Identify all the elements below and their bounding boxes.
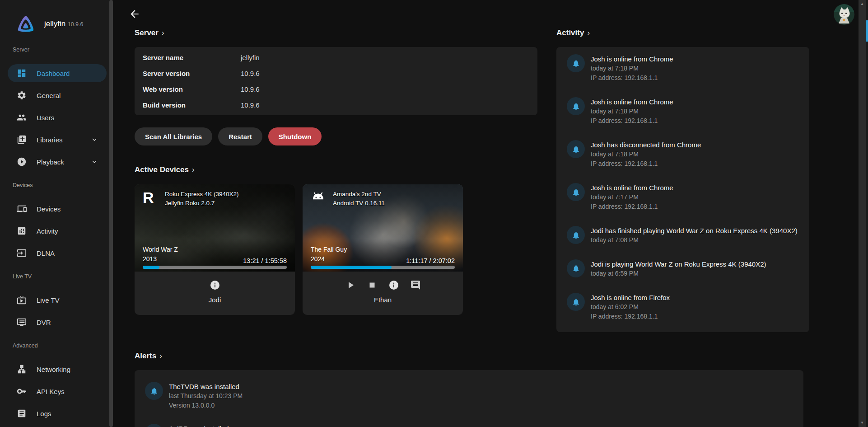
play-button[interactable]: [345, 279, 356, 291]
sidebar-item-devices[interactable]: Devices: [8, 200, 107, 218]
gear-icon: [17, 90, 27, 100]
active-devices-section-heading[interactable]: Active Devices ›: [135, 165, 195, 174]
media-title: The Fall Guy: [311, 245, 347, 255]
app-version: 10.9.6: [68, 21, 84, 28]
restart-button[interactable]: Restart: [218, 127, 262, 145]
alert-item-time: last Thursday at 10:23 PM: [169, 391, 243, 401]
users-icon: [17, 113, 27, 122]
active-devices-title: Active Devices: [135, 165, 189, 174]
activity-item-title: Josh has disconnected from Chrome: [591, 140, 701, 150]
sidebar-section-label-server: Server: [13, 47, 113, 56]
now-playing-poster: Amanda's 2nd TVAndroid TV 0.16.11The Fal…: [303, 184, 463, 272]
sidebar-section-label-live-tv: Live TV: [13, 273, 113, 282]
activity-item-title: Jodi has finished playing World War Z on…: [591, 226, 798, 235]
scrollbar-up-arrow-icon[interactable]: ▲: [859, 1, 866, 7]
sidebar-item-playback[interactable]: Playback: [8, 153, 107, 171]
bell-icon: [567, 183, 585, 201]
activity-section-heading[interactable]: Activity ›: [556, 28, 590, 38]
device-header: Amanda's 2nd TVAndroid TV 0.16.11: [311, 190, 385, 208]
sidebar-item-label: Activity: [37, 227, 58, 235]
sidebar-item-label: Libraries: [37, 136, 63, 144]
device-titles: Roku Express 4K (3940X2)Jellyfin Roku 2.…: [165, 190, 239, 208]
sidebar-item-dvr[interactable]: DVR: [8, 313, 107, 331]
info-icon: [388, 280, 400, 291]
sidebar: jellyfin 10.9.6 ServerDashboardGeneralUs…: [0, 0, 113, 427]
message-button[interactable]: [410, 279, 421, 291]
sidebar-item-api-keys[interactable]: API Keys: [8, 382, 107, 400]
activity-item[interactable]: Josh is online from Firefoxtoday at 6:02…: [567, 293, 803, 321]
browser-scrollbar-thumb[interactable]: [866, 20, 868, 42]
activity-item[interactable]: Josh is online from Chrometoday at 7:17 …: [567, 183, 803, 211]
bell-icon: [567, 54, 585, 72]
sidebar-item-general[interactable]: General: [8, 86, 107, 104]
server-section-heading[interactable]: Server ›: [135, 28, 164, 38]
server-info-value: 10.9.6: [241, 70, 529, 77]
scrollbar-track[interactable]: ▲ ▼: [859, 0, 866, 427]
cat-avatar: [834, 4, 854, 25]
sidebar-item-networking[interactable]: Networking: [8, 360, 107, 378]
media-year: 2024: [311, 254, 347, 264]
sidebar-item-label: Users: [37, 114, 54, 122]
server-info-row: Server namejellyfin: [143, 50, 529, 66]
media-info: World War Z201313:21 / 1:55:58: [143, 245, 287, 264]
sidebar-item-label: DLNA: [37, 249, 55, 257]
playback-progress-fill: [311, 266, 392, 269]
info-button[interactable]: [388, 279, 400, 291]
device-card-jodi[interactable]: RRoku Express 4K (3940X2)Jellyfin Roku 2…: [135, 184, 295, 315]
play-circle-icon: [17, 157, 27, 167]
activity-item-text: Josh is online from Chrometoday at 7:18 …: [591, 54, 673, 83]
sidebar-item-dlna[interactable]: DLNA: [8, 244, 107, 262]
activity-item[interactable]: Josh has disconnected from Chrometoday a…: [567, 140, 803, 169]
alert-item[interactable]: AniDB was installed: [145, 424, 797, 427]
stop-button[interactable]: [366, 279, 378, 291]
app-logo-row: jellyfin 10.9.6: [0, 0, 113, 38]
alerts-section-heading[interactable]: Alerts ›: [135, 352, 162, 361]
server-info-value: 10.9.6: [241, 101, 529, 109]
chevron-right-icon: ›: [192, 165, 195, 174]
stop-icon: [366, 280, 378, 291]
activity-item[interactable]: Josh is online from Chrometoday at 7:18 …: [567, 97, 803, 126]
shutdown-button[interactable]: Shutdown: [268, 127, 322, 145]
activity-item[interactable]: Jodi is playing World War Z on Roku Expr…: [567, 259, 803, 278]
roku-icon: R: [143, 190, 159, 205]
user-menu-button[interactable]: [834, 4, 854, 25]
server-info-label: Server name: [143, 54, 241, 61]
server-info-row: Build version10.9.6: [143, 97, 529, 113]
sidebar-item-logs[interactable]: Logs: [8, 404, 107, 422]
browser-scrollbar[interactable]: [866, 0, 868, 427]
back-button[interactable]: [128, 8, 141, 21]
media-title: World War Z: [143, 245, 178, 255]
activity-item-detail: IP address: 192.168.1.1: [591, 159, 701, 169]
activity-item-detail: IP address: 192.168.1.1: [591, 116, 673, 126]
device-client: Android TV 0.16.11: [333, 199, 385, 208]
jellyfin-dashboard: { "app": { "name": "jellyfin", "version"…: [0, 0, 868, 427]
device-card-ethan[interactable]: Amanda's 2nd TVAndroid TV 0.16.11The Fal…: [303, 184, 463, 315]
alert-item[interactable]: TheTVDB was installedlast Thursday at 10…: [145, 382, 797, 410]
scrollbar-down-arrow-icon[interactable]: ▼: [859, 420, 866, 426]
scan-all-libraries-button[interactable]: Scan All Libraries: [135, 127, 212, 145]
sidebar-item-activity[interactable]: Activity: [8, 222, 107, 240]
activity-item-title: Josh is online from Chrome: [591, 183, 673, 192]
now-playing-poster: RRoku Express 4K (3940X2)Jellyfin Roku 2…: [135, 184, 295, 272]
server-info-label: Build version: [143, 101, 241, 109]
activity-item[interactable]: Jodi has finished playing World War Z on…: [567, 226, 803, 245]
activity-title: Activity: [556, 28, 584, 38]
activity-item[interactable]: Josh is online from Chrometoday at 7:18 …: [567, 54, 803, 83]
server-info-label: Server version: [143, 70, 241, 77]
sidebar-item-users[interactable]: Users: [8, 108, 107, 127]
sidebar-scrollbar-thumb[interactable]: [109, 0, 113, 427]
info-button[interactable]: [209, 279, 221, 291]
main-content: Server › Server namejellyfinServer versi…: [113, 0, 868, 427]
sidebar-item-label: Devices: [37, 205, 61, 213]
active-devices-list: RRoku Express 4K (3940X2)Jellyfin Roku 2…: [135, 184, 463, 315]
sidebar-item-libraries[interactable]: Libraries: [8, 131, 107, 149]
comment-icon: [410, 280, 421, 291]
activity-item-detail: IP address: 192.168.1.1: [591, 202, 673, 211]
activity-item-title: Jodi is playing World War Z on Roku Expr…: [591, 259, 766, 269]
sidebar-item-live-tv[interactable]: Live TV: [8, 291, 107, 309]
bell-icon: [145, 382, 163, 400]
sidebar-item-label: Networking: [37, 366, 70, 373]
live-tv-icon: [17, 295, 27, 305]
sidebar-item-dashboard[interactable]: Dashboard: [8, 64, 107, 82]
playback-progress-fill: [143, 266, 159, 269]
